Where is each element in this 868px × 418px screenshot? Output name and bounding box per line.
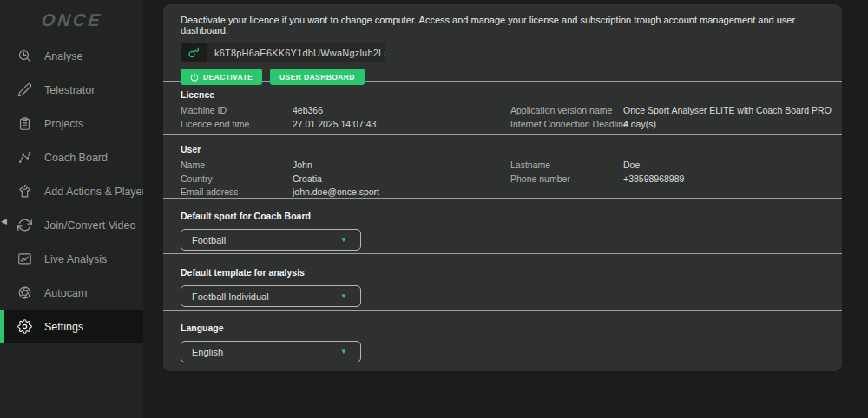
language-section: Language English ▼ xyxy=(163,310,842,371)
app-window: ONCE Analyse Telestrator Projects xyxy=(0,0,868,418)
aperture-icon xyxy=(16,285,32,301)
sidebar-item-label: Join/Convert Video xyxy=(44,219,135,232)
license-key-value: k6T8pH6aE6KK6Y1dbUWwaNgzluh2LsWC xyxy=(207,43,385,62)
default-sport-select[interactable]: Football ▼ xyxy=(181,229,361,251)
email-value: john.doe@once.sport xyxy=(293,186,510,199)
sidebar-item-label: Settings xyxy=(44,321,83,333)
sidebar-item-label: Live Analysis xyxy=(44,253,107,265)
sidebar-item-analyse[interactable]: Analyse xyxy=(0,39,143,73)
language-select[interactable]: English ▼ xyxy=(181,341,361,362)
deactivate-button-label: DEACTIVATE xyxy=(203,73,253,82)
name-value: John xyxy=(293,159,510,173)
sidebar-item-label: Coach Board xyxy=(44,152,108,164)
user-dashboard-button[interactable]: USER DASHBOARD xyxy=(270,69,365,85)
clipboard-icon xyxy=(16,116,32,132)
default-sport-value: Football xyxy=(192,235,226,245)
sidebar-item-join-convert-video[interactable]: Join/Convert Video xyxy=(0,208,143,242)
machine-id-value: 4eb366 xyxy=(293,104,510,118)
sidebar-item-projects[interactable]: Projects xyxy=(0,107,143,140)
licence-end-time-value: 27.01.2025 14:07:43 xyxy=(293,118,510,132)
tactics-icon xyxy=(16,150,32,166)
name-label: Name xyxy=(181,159,293,173)
convert-refresh-icon xyxy=(16,218,32,233)
country-label: Country xyxy=(181,173,293,186)
internet-deadline-value: 4 day(s) xyxy=(623,118,832,132)
language-value: English xyxy=(192,347,223,357)
email-label: Email address xyxy=(181,186,293,199)
key-icon xyxy=(181,43,207,62)
sidebar-item-label: Telestrator xyxy=(44,84,95,96)
licence-info-grid: Machine ID 4eb366 Application version na… xyxy=(181,104,825,131)
sidebar-item-add-actions-players[interactable]: Add Actions & Players xyxy=(0,174,143,208)
chevron-down-icon: ▼ xyxy=(340,349,347,356)
intro-text: Deactivate your licence if you want to c… xyxy=(181,15,825,36)
phone-value: +38598968989 xyxy=(623,173,825,186)
default-template-select[interactable]: Football Individual ▼ xyxy=(181,285,361,307)
licence-end-time-label: Licence end time xyxy=(181,118,293,132)
licence-section-title: Licence xyxy=(181,89,825,100)
sidebar-item-settings[interactable]: Settings xyxy=(0,310,143,343)
app-version-value: Once Sport Analyser ELITE with Coach Boa… xyxy=(623,104,832,118)
lastname-label: Lastname xyxy=(510,159,623,173)
sidebar-item-label: Add Actions & Players xyxy=(44,186,151,198)
analyse-search-icon xyxy=(16,49,32,64)
sidebar-item-autocam[interactable]: Autocam xyxy=(0,276,143,310)
default-sport-section: Default sport for Coach Board Football ▼ xyxy=(163,198,842,253)
chevron-down-icon: ▼ xyxy=(340,293,347,300)
pen-icon xyxy=(16,82,32,98)
sidebar-item-live-analysis[interactable]: Live Analysis xyxy=(0,242,143,276)
licence-section: Licence Machine ID 4eb366 Application ve… xyxy=(163,81,842,134)
country-value: Croatia xyxy=(293,173,510,186)
sidebar-collapse-icon[interactable]: ◀ xyxy=(1,218,7,225)
jersey-icon xyxy=(16,184,32,199)
lastname-value: Doe xyxy=(623,159,825,173)
sidebar-item-label: Analyse xyxy=(44,50,82,62)
user-dashboard-button-label: USER DASHBOARD xyxy=(279,73,355,82)
language-label: Language xyxy=(181,323,825,333)
default-template-value: Football Individual xyxy=(192,291,269,302)
settings-card: Deactivate your licence if you want to c… xyxy=(163,4,842,371)
license-actions-section: Deactivate your licence if you want to c… xyxy=(163,4,842,81)
sidebar-item-coach-board[interactable]: Coach Board xyxy=(0,140,143,174)
default-template-section: Default template for analysis Football I… xyxy=(163,253,842,310)
sidebar-item-label: Autocam xyxy=(44,287,87,299)
license-key-field[interactable]: k6T8pH6aE6KK6Y1dbUWwaNgzluh2LsWC xyxy=(181,43,385,62)
main-area: Deactivate your licence if you want to c… xyxy=(143,0,868,418)
app-version-label: Application version name xyxy=(510,104,623,118)
chevron-down-icon: ▼ xyxy=(340,237,347,244)
user-section-title: User xyxy=(181,144,825,154)
user-info-grid: Name John Lastname Doe Country Croatia P… xyxy=(181,159,825,199)
sidebar-item-telestrator[interactable]: Telestrator xyxy=(0,73,143,107)
default-template-label: Default template for analysis xyxy=(181,267,825,278)
live-screen-icon xyxy=(16,251,32,267)
phone-label: Phone number xyxy=(510,173,623,186)
power-icon xyxy=(190,73,199,82)
app-logo: ONCE xyxy=(40,10,102,30)
sidebar-nav: Analyse Telestrator Projects Coach Board xyxy=(0,39,143,343)
deactivate-button[interactable]: DEACTIVATE xyxy=(181,69,262,85)
default-sport-label: Default sport for Coach Board xyxy=(181,211,825,221)
gear-icon xyxy=(16,319,32,335)
sidebar: ONCE Analyse Telestrator Projects xyxy=(0,0,143,418)
internet-deadline-label: Internet Connection Deadline xyxy=(510,118,623,132)
sidebar-item-label: Projects xyxy=(44,118,83,130)
user-section: User Name John Lastname Doe Country Croa… xyxy=(163,134,842,198)
machine-id-label: Machine ID xyxy=(181,104,293,118)
